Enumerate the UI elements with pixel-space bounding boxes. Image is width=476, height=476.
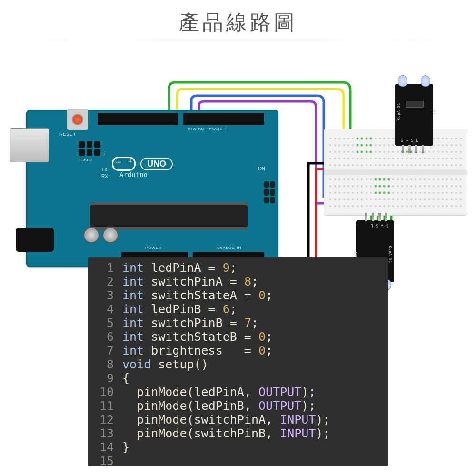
module-side-text: CupA S1	[397, 103, 401, 120]
rx-label: RX	[101, 174, 108, 179]
pin-label: G	[386, 223, 388, 228]
pin-label: S	[411, 139, 414, 143]
module-side-text: CupA S1	[388, 246, 392, 264]
module-led-icon	[398, 75, 407, 87]
atmega-chip-icon	[90, 205, 248, 227]
digital-label: DIGITAL (PWM=~)	[188, 127, 227, 131]
module-resistor-icon	[406, 101, 424, 108]
pin-label: +	[406, 139, 408, 143]
l-led-label: L	[104, 151, 107, 156]
breadboard-bottom-holes	[329, 177, 462, 208]
analog-label: ANALOG IN	[217, 246, 242, 250]
digital-header-left	[98, 113, 178, 125]
code-editor: 123456789101112131415 int ledPinA = 9;in…	[88, 257, 388, 466]
reset-button[interactable]	[67, 109, 88, 130]
wiring-diagram: RESET ICSP2 L TX RX ON UNO Arduino DIGIT…	[0, 43, 476, 262]
icsp2-header-icon	[79, 141, 100, 156]
reset-label: RESET	[60, 132, 76, 137]
pin-label: +	[381, 223, 383, 228]
infinity-icon	[112, 157, 136, 171]
uno-badge: UNO	[140, 158, 173, 170]
arduino-uno-board: RESET ICSP2 L TX RX ON UNO Arduino DIGIT…	[26, 110, 278, 267]
code-content: int ledPinA = 9;int switchPinA = 8;int s…	[119, 257, 334, 466]
pin-label: G	[401, 139, 403, 143]
on-led-label: ON	[258, 166, 265, 171]
power-label: POWER	[145, 246, 162, 250]
module-led-icon	[421, 75, 430, 87]
arduino-logo: UNO	[112, 157, 173, 171]
tx-label: TX	[101, 167, 108, 172]
barrel-jack-icon	[16, 228, 54, 252]
module-pins-icon	[402, 145, 424, 153]
code-gutter: 123456789101112131415	[88, 257, 119, 466]
icsp2-label: ICSP2	[79, 158, 92, 162]
pin-label: S	[376, 223, 378, 228]
usb-port-icon	[10, 128, 49, 162]
module-pin-labels: G + S L	[371, 223, 388, 228]
icsp-header-icon	[264, 181, 275, 203]
pin-label: L	[416, 139, 418, 143]
capacitors-icon	[83, 227, 119, 243]
pin-label: L	[371, 223, 373, 228]
sensor-module-a: CupA S1 LD1 G + S L	[395, 84, 433, 146]
digital-header-right	[183, 113, 264, 125]
module-pins-icon	[365, 213, 387, 221]
arduino-brand-text: Arduino	[119, 171, 148, 178]
title-underline	[43, 40, 433, 40]
module-side-text-2: LD1	[432, 109, 436, 115]
page-title: 產品線路圖	[0, 0, 476, 40]
module-pin-labels: G + S L	[401, 139, 418, 143]
